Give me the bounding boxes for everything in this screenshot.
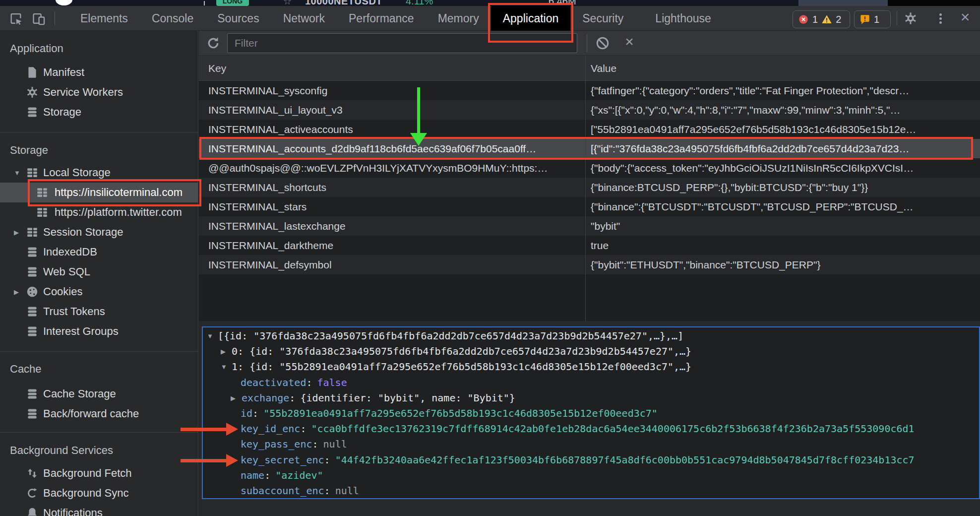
database-icon [26,246,39,258]
sidebar-item-interest-groups[interactable]: Interest Groups [0,322,198,341]
row-key: INSTERMINAL_sysconfig [199,85,585,97]
sidebar-item-label: Web SQL [43,265,90,278]
issues-badge[interactable]: 1 [854,10,891,28]
issues-icon [859,14,870,25]
table-row-selected-accounts[interactable]: INSTERMINAL_accounts_d2db9af118cb6fd5aec… [199,139,980,158]
filter-input[interactable] [227,33,577,53]
tab-lighthouse[interactable]: Lighthouse [643,6,723,31]
row-key: INSTERMINAL_darktheme [199,240,585,252]
sidebar-item-service-workers[interactable]: Service Workers [0,82,198,102]
storage-toolbar: × [199,31,980,56]
preview-line: ▼1: {id: "55b2891ea0491aff7a295e652ef76b… [203,359,979,375]
sidebar-item-label: Background Fetch [43,467,132,480]
table-row[interactable]: INSTERMINAL_shortcuts {"binance:BTCUSD_P… [199,178,980,197]
chevron-right-icon[interactable]: ▶ [14,288,26,296]
row-value: "bybit" [585,220,980,232]
property-key: key_secret_enc [241,454,324,466]
sidebar-item-web-sql[interactable]: Web SQL [0,262,198,282]
sidebar-item-notifications[interactable]: Notifications [0,503,198,516]
property-value: "azidev" [275,469,323,481]
sidebar-item-indexeddb[interactable]: IndexedDB [0,242,198,262]
inspect-element-icon[interactable] [9,12,23,26]
disclosure-triangle-icon[interactable]: ▶ [231,390,242,406]
table-row[interactable]: INSTERMINAL_defsymbol {"bybit":"ETHUSDT"… [199,255,980,274]
sidebar-item-label: Background Sync [43,487,128,500]
star-icon: ☆ [283,0,292,6]
table-row[interactable]: INSTERMINAL_activeaccounts ["55b2891ea04… [199,120,980,139]
sidebar-item-twitter-origin[interactable]: https://platform.twitter.com [0,202,198,222]
row-value: {"binance":{"BTCUSDT":"BTCUSDT","BTCUSD_… [585,201,980,213]
kebab-menu-icon[interactable] [936,12,944,25]
row-key: INSTERMINAL_shortcuts [199,182,585,194]
row-value: [{"id":"376fda38c23a495075fd6fb4fbf6a2dd… [585,143,980,155]
sidebar-item-insilicoterminal-origin[interactable]: https://insilicoterminal.com [0,183,198,202]
storage-value-preview[interactable]: ▼[{id: "376fda38c23a495075fd6fb4fbf6a2dd… [202,326,980,499]
tab-console[interactable]: Console [140,6,205,31]
preview-line: ▼[{id: "376fda38c23a495075fd6fb4fbf6a2dd… [203,328,979,344]
row-key: INSTERMINAL_defsymbol [199,259,585,271]
tab-application[interactable]: Application [491,6,571,31]
refresh-icon[interactable] [206,36,221,51]
sidebar-item-label: https://platform.twitter.com [55,206,182,219]
cookie-icon [26,285,39,298]
sidebar-item-storage[interactable]: Storage [0,102,198,122]
sidebar-item-local-storage[interactable]: ▼ Local Storage [0,163,198,183]
chevron-right-icon[interactable]: ▶ [14,229,26,236]
sidebar-item-background-sync[interactable]: Background Sync [0,483,198,503]
section-title-application: Application [0,42,198,56]
disclosure-triangle-icon[interactable]: ▶ [221,344,232,359]
column-header-key[interactable]: Key [208,56,226,81]
disclosure-triangle-icon[interactable]: ▼ [207,328,218,344]
disclosure-triangle-icon[interactable]: ▼ [221,359,232,375]
page-cursor-line [204,1,205,5]
table-row[interactable]: INSTERMINAL_darktheme true [199,236,980,255]
volume-value: 6.46M [549,0,576,6]
sidebar-item-label: Manifest [43,66,84,79]
up-down-arrows-icon [26,467,39,480]
table-row[interactable]: @@auth0spajs@@::woEVLZPfVnH3ILYjXATVYxys… [199,158,980,178]
warning-icon [821,14,832,25]
property-key: deactivated [241,377,306,388]
tab-elements[interactable]: Elements [68,6,140,31]
table-row[interactable]: INSTERMINAL_lastexchange "bybit" [199,216,980,236]
error-count: 1 [812,14,818,25]
property-value: null [335,485,359,497]
error-icon [798,14,809,25]
device-toolbar-icon[interactable] [32,12,46,26]
preview-line: ▶0: {id: "376fda38c23a495075fd6fb4fbf6a2… [203,344,979,359]
tab-sources[interactable]: Sources [205,6,271,31]
database-icon [26,407,39,420]
sidebar-item-trust-tokens[interactable]: Trust Tokens [0,302,198,322]
sidebar-item-back-forward-cache[interactable]: Back/forward cache [0,404,198,424]
storage-table: INSTERMINAL_sysconfig {"fatfinger":{"cat… [199,81,980,321]
table-row[interactable]: INSTERMINAL_stars {"binance":{"BTCUSDT":… [199,197,980,216]
sidebar-item-background-fetch[interactable]: Background Fetch [0,463,198,483]
tab-performance[interactable]: Performance [337,6,426,31]
percent-change: 4.11% [406,0,433,6]
console-status-badges[interactable]: 1 2 [793,10,850,28]
column-divider[interactable] [585,56,586,321]
row-value: {"bybit":"ETHUSDT","binance":"BTCUSD_PER… [585,259,980,271]
preview-text: [{id: "376fda38c23a495075fd6fb4fbf6a2dd2… [218,330,683,342]
property-value: {identifier: "bybit", name: "Bybit"} [300,392,515,404]
delete-all-icon[interactable] [595,36,610,51]
chevron-down-icon[interactable]: ▼ [14,169,26,177]
storage-grid-icon [26,166,39,179]
table-row[interactable]: INSTERMINAL_ui_layout_v3 {"xs":[{"x":0,"… [199,100,980,120]
section-divider [0,132,198,132]
tab-application-label: Application [503,12,559,25]
sidebar-item-manifest[interactable]: Manifest [0,63,198,82]
database-icon [26,106,39,119]
sidebar-item-label: Cache Storage [43,387,116,400]
tab-memory[interactable]: Memory [426,6,491,31]
settings-gear-icon[interactable] [904,11,918,25]
close-devtools-icon[interactable]: × [955,8,975,26]
delete-selected-icon[interactable]: × [620,33,638,50]
sidebar-item-cookies[interactable]: ▶ Cookies [0,282,198,302]
column-header-value[interactable]: Value [591,56,616,81]
table-row[interactable]: INSTERMINAL_sysconfig {"fatfinger":{"cat… [199,81,980,100]
tab-security[interactable]: Security [570,6,635,31]
tab-network[interactable]: Network [271,6,337,31]
sidebar-item-cache-storage[interactable]: Cache Storage [0,384,198,404]
sidebar-item-session-storage[interactable]: ▶ Session Storage [0,222,198,242]
